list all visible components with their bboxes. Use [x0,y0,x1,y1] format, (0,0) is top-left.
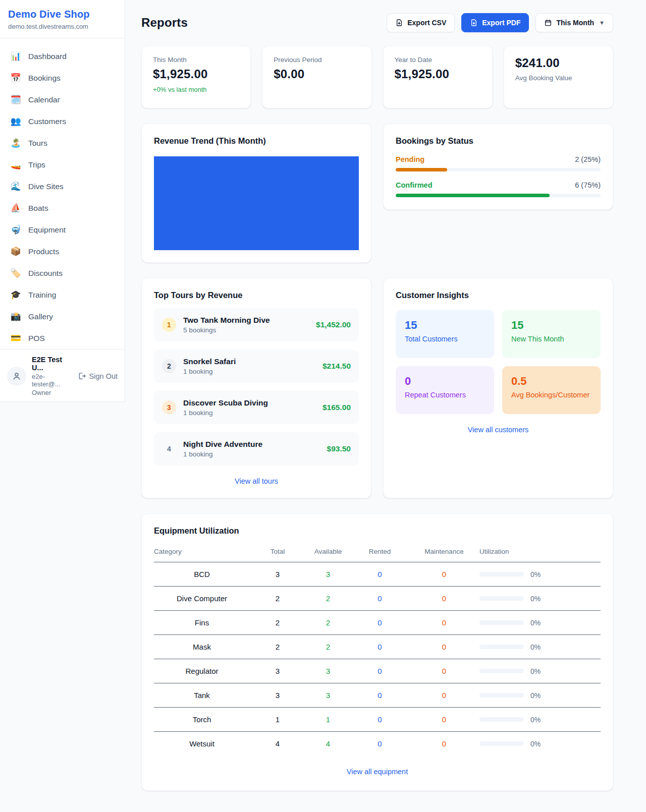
table-row: Fins 2 2 0 0 0% [154,611,601,635]
cell-rented: 0 [351,611,409,635]
insight-value: 15 [405,319,485,332]
utilization-bar [479,596,524,601]
sidebar-item-equipment[interactable]: 🤿 Equipment [4,219,121,241]
page-title: Reports [141,16,188,30]
insight-value: 0.5 [511,375,591,388]
bookings-by-status-title: Bookings by Status [396,136,601,146]
progress-fill [396,168,447,171]
insight-repeat-customers: 0 Repeat Customers [396,366,494,414]
page-header: Reports Export CSV Export [141,13,613,32]
utilization-bar [479,669,524,673]
chevron-down-icon: ▼ [599,20,605,26]
cell-category: Torch [154,708,250,732]
export-pdf-button[interactable]: Export PDF [461,13,529,32]
sidebar-item-customers[interactable]: 👥 Customers [4,110,121,132]
tours-island-icon: 🏝️ [10,139,21,147]
sidebar-item-products[interactable]: 📦 Products [4,241,121,262]
customer-insights-title: Customer Insights [396,291,601,300]
cell-category: Fins [154,611,250,635]
cell-total: 3 [250,659,305,683]
sidebar-item-pos[interactable]: 💳 POS [4,327,121,349]
customers-icon: 👥 [10,117,21,126]
tag-icon: 🏷️ [10,269,21,277]
header-actions: Export CSV Export PDF This Month [387,13,613,32]
sidebar-item-tours[interactable]: 🏝️ Tours [4,132,121,154]
tour-bookings: 5 bookings [183,326,309,334]
stats-row: This Month $1,925.00 +0% vs last month P… [141,45,613,108]
sidebar-item-label: Discounts [28,269,63,278]
stat-value: $0.00 [274,67,360,81]
status-row-pending: Pending 2 (25%) [396,155,601,171]
top-tours-panel: Top Tours by Revenue 1 Two Tank Morning … [141,278,371,498]
view-all-customers-link[interactable]: View all customers [468,426,529,434]
user-name: E2E Test U... [32,356,72,372]
stat-value: $1,925.00 [395,67,481,81]
stat-card-previous-period: Previous Period $0.00 [262,45,371,108]
stat-label: Year to Date [395,56,481,64]
sidebar-item-training[interactable]: 🎓 Training [4,284,121,306]
cell-total: 3 [250,683,305,708]
tour-name: Two Tank Morning Dive [183,316,309,325]
export-csv-button[interactable]: Export CSV [387,13,455,32]
sidebar-header: Demo Dive Shop demo.test.divestreams.com [0,0,125,38]
status-value: 2 (25%) [575,155,601,163]
cell-utilization: 0% [479,562,601,587]
insight-label: New This Month [511,335,591,343]
cell-utilization: 0% [479,611,601,635]
cell-rented: 0 [351,732,409,756]
sailboat-icon: ⛵ [10,204,21,212]
cell-rented: 0 [351,587,409,611]
view-all-equipment-link[interactable]: View all equipment [347,768,408,776]
sidebar-item-gallery[interactable]: 📸 Gallery [4,306,121,327]
view-all-tours-link[interactable]: View all tours [235,477,278,485]
table-header-row: Category Total Available Rented Maintena… [154,543,601,562]
sidebar-item-dive-sites[interactable]: 🌊 Dive Sites [4,176,121,197]
credit-card-icon: 💳 [10,334,21,342]
lists-row: Top Tours by Revenue 1 Two Tank Morning … [141,278,613,498]
sidebar-item-trips[interactable]: 🚤 Trips [4,154,121,176]
insight-total-customers: 15 Total Customers [396,310,494,358]
progress-track [396,194,601,197]
top-tours-title: Top Tours by Revenue [154,291,359,300]
tour-bookings: 1 booking [183,450,320,458]
cell-maintenance: 0 [409,611,479,635]
utilization-bar [479,717,524,722]
wave-icon: 🌊 [10,182,21,191]
cell-rented: 0 [351,562,409,587]
sign-out-button[interactable]: Sign Out [77,372,118,380]
list-item: 4 Night Dive Adventure 1 booking $93.50 [154,432,359,466]
tour-amount: $1,452.00 [316,320,351,329]
tour-name: Night Dive Adventure [183,440,320,449]
sidebar-item-boats[interactable]: ⛵ Boats [4,197,121,219]
table-row: Dive Computer 2 2 0 0 0% [154,587,601,611]
export-csv-label: Export CSV [407,19,446,27]
insight-value: 0 [405,375,485,388]
utilization-percent: 0% [530,740,541,748]
cell-rented: 0 [351,635,409,659]
sidebar-item-discounts[interactable]: 🏷️ Discounts [4,262,121,284]
table-row: Regulator 3 3 0 0 0% [154,659,601,683]
cell-total: 3 [250,562,305,587]
insights-grid: 15 Total Customers 15 New This Month 0 R… [396,310,601,414]
sidebar-item-calendar[interactable]: 🗓️ Calendar [4,89,121,110]
sidebar-item-dashboard[interactable]: 📊 Dashboard [4,45,121,67]
cell-category: Mask [154,635,250,659]
status-label: Pending [396,155,424,163]
status-value: 6 (75%) [575,181,601,189]
cell-total: 4 [250,732,305,756]
tour-bookings: 1 booking [183,368,315,375]
insight-label: Total Customers [405,335,485,343]
logout-icon [77,372,86,380]
table-row: BCD 3 3 0 0 0% [154,562,601,587]
insight-value: 15 [511,319,591,332]
sidebar-item-label: Equipment [28,225,66,235]
sidebar-item-label: Dive Sites [28,182,64,191]
cell-total: 2 [250,587,305,611]
period-dropdown[interactable]: This Month ▼ [535,13,613,32]
cell-maintenance: 0 [409,635,479,659]
sidebar-item-bookings[interactable]: 📅 Bookings [4,67,121,89]
rank-badge: 3 [162,400,176,415]
utilization-bar [479,620,524,625]
tour-name: Discover Scuba Diving [183,398,315,408]
list-item: 1 Two Tank Morning Dive 5 bookings $1,45… [154,308,359,341]
